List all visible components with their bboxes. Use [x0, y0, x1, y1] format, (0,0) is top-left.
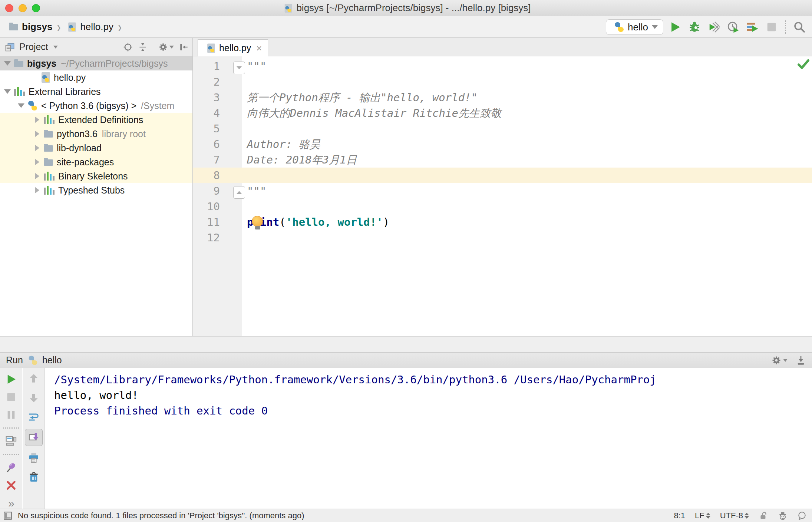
inspection-ok-icon[interactable] — [797, 58, 810, 70]
chevron-collapsed-icon[interactable] — [33, 145, 41, 151]
tree-item-label: Typeshed Stubs — [58, 185, 125, 196]
breadcrumb-file[interactable]: hello.py — [80, 21, 113, 33]
concurrency-icon — [746, 21, 759, 33]
chevron-expanded-icon[interactable] — [4, 61, 11, 66]
lock-open-icon[interactable] — [759, 511, 768, 521]
inspection-profile-icon[interactable] — [778, 511, 788, 521]
bug-icon — [688, 21, 701, 33]
tree-item-annotation: library root — [102, 129, 146, 139]
tree-item-lib-dynload[interactable]: lib-dynload — [0, 141, 192, 155]
python-file-icon — [285, 4, 292, 13]
pause-icon — [5, 409, 17, 421]
trash-icon — [28, 471, 40, 483]
folder-icon — [44, 145, 53, 152]
run-button[interactable] — [668, 20, 683, 34]
tree-item-label: python3.6 — [57, 129, 98, 139]
encoding-widget[interactable]: UTF-8 — [720, 511, 749, 521]
python-logo-icon — [28, 101, 37, 110]
fold-region-end-icon[interactable] — [233, 186, 245, 199]
tree-item-python-interpreter[interactable]: < Python 3.6 (bigsys) > /System — [0, 99, 192, 113]
run-with-coverage-button[interactable] — [706, 20, 721, 34]
run-tab-label[interactable]: Run — [6, 355, 23, 366]
minimize-window-button[interactable] — [19, 4, 27, 12]
soft-wrap-button[interactable] — [26, 410, 42, 424]
intention-bulb-icon[interactable] — [252, 216, 264, 231]
zoom-window-button[interactable] — [32, 4, 40, 12]
tree-item-binary-skeletons[interactable]: Binary Skeletons — [0, 169, 192, 183]
tree-item-python36[interactable]: python3.6 library root — [0, 127, 192, 141]
profiler-button[interactable] — [726, 20, 740, 34]
run-toolbar-secondary — [23, 368, 45, 509]
fold-region-start-icon[interactable] — [233, 62, 245, 74]
stop-icon — [5, 391, 17, 403]
line-separator-widget[interactable]: LF — [695, 511, 710, 521]
clear-all-button[interactable] — [26, 470, 42, 485]
tree-item-extended-definitions[interactable]: Extended Definitions — [0, 113, 192, 127]
event-log-bubble-icon[interactable] — [797, 511, 807, 521]
tree-item-typeshed-stubs[interactable]: Typeshed Stubs — [0, 183, 192, 197]
printer-icon — [28, 452, 40, 464]
tree-item-external-libraries[interactable]: External Libraries — [0, 85, 192, 99]
project-tool-icon — [4, 42, 15, 52]
tree-item-site-packages[interactable]: site-packages — [0, 155, 192, 169]
gear-icon — [158, 42, 168, 52]
print-button[interactable] — [26, 450, 42, 465]
chevron-expanded-icon[interactable] — [4, 89, 11, 94]
folder-icon — [44, 131, 53, 138]
tree-item-bigsys[interactable]: bigsys ~/PycharmProjects/bigsys — [0, 56, 192, 70]
caret-position-widget[interactable]: 8:1 — [674, 511, 685, 521]
rerun-button[interactable] — [3, 373, 19, 385]
chevron-down-icon[interactable] — [53, 46, 58, 49]
tree-item-hello-py[interactable]: hello.py — [0, 70, 192, 85]
dock-panel-icon[interactable] — [796, 355, 806, 366]
play-icon — [669, 21, 681, 33]
tree-item-label: lib-dynload — [57, 143, 102, 153]
project-settings-button[interactable] — [158, 42, 174, 52]
concurrency-diagram-button[interactable] — [745, 20, 760, 34]
chevron-collapsed-icon[interactable] — [33, 173, 41, 179]
project-panel-title[interactable]: Project — [19, 42, 48, 52]
tab-hello-py[interactable]: hello.py × — [198, 39, 268, 56]
arrow-down-icon — [28, 392, 40, 404]
scroll-to-end-icon — [28, 432, 40, 443]
chevron-right-icon: › — [118, 18, 122, 36]
locate-file-icon[interactable] — [123, 42, 133, 52]
tree-item-path: ~/PycharmProjects/bigsys — [61, 58, 168, 69]
chevron-collapsed-icon[interactable] — [33, 130, 41, 137]
tree-item-label: bigsys — [27, 58, 56, 69]
line-numbers: 1 2 3 4 5 6 7 8 9 10 11 12 — [193, 59, 220, 245]
breadcrumb-project[interactable]: bigsys — [22, 21, 52, 33]
updown-icon — [745, 513, 749, 519]
chevron-right-icon: › — [57, 18, 60, 36]
pin-tab-button[interactable] — [3, 462, 19, 473]
python-file-icon — [207, 43, 215, 53]
collapse-all-icon[interactable] — [138, 42, 148, 52]
next-occurrence-button-disabled — [26, 390, 42, 405]
status-bar: No suspicious code found. 1 files proces… — [0, 509, 812, 522]
folder-icon — [9, 24, 18, 30]
show-console-button[interactable] — [3, 435, 19, 447]
library-icon — [44, 186, 55, 195]
chevron-collapsed-icon[interactable] — [33, 116, 41, 123]
run-console-output[interactable]: /System/Library/Frameworks/Python.framew… — [45, 368, 812, 509]
search-everywhere-button[interactable] — [792, 20, 807, 34]
horizontal-splitter[interactable] — [0, 336, 812, 352]
chevron-expanded-icon[interactable] — [17, 103, 25, 108]
more-actions-button[interactable]: » — [3, 497, 19, 510]
close-panel-button[interactable] — [3, 479, 19, 491]
code-editor[interactable]: 1 2 3 4 5 6 7 8 9 10 11 12 """ 第一个Python… — [193, 56, 812, 336]
title-bar: bigsys [~/PycharmProjects/bigsys] - .../… — [0, 0, 812, 16]
chevron-collapsed-icon[interactable] — [33, 159, 41, 165]
toolwindow-toggle-icon[interactable] — [3, 511, 13, 521]
debug-button[interactable] — [687, 20, 702, 34]
close-window-button[interactable] — [5, 4, 13, 12]
main-toolbar: bigsys › hello.py › hello — [0, 16, 812, 38]
status-message: No suspicious code found. 1 files proces… — [18, 511, 304, 521]
scroll-to-end-button-selected[interactable] — [25, 429, 43, 446]
close-tab-icon[interactable]: × — [256, 43, 262, 53]
hide-panel-icon[interactable] — [179, 42, 189, 52]
chevron-collapsed-icon[interactable] — [33, 187, 41, 194]
run-settings-button[interactable] — [771, 355, 788, 366]
run-configuration-select[interactable]: hello — [606, 19, 663, 35]
chevron-down-icon — [169, 46, 174, 49]
